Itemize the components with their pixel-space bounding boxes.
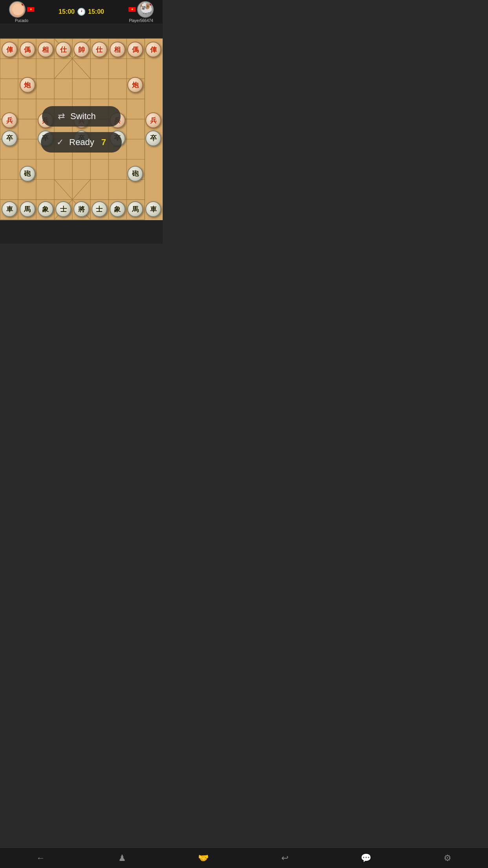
piece[interactable]: 俥 [145,42,161,57]
bottom-spacer [0,220,163,244]
piece[interactable]: 馬 [127,201,143,217]
player2-badge: 帅 [150,1,154,6]
player2-timer: 15:00 [88,8,104,15]
piece[interactable]: 傌 [20,42,35,57]
game-header: 将 ★ Pucado 15:00 🕐 15:00 ★ 🐏 帅 Player566… [0,0,163,24]
switch-icon: ⇄ [58,111,65,121]
piece[interactable]: 馬 [20,201,35,217]
timer-section: 15:00 🕐 15:00 [39,7,123,16]
piece[interactable]: 車 [2,201,17,217]
top-spacer [0,24,163,38]
piece[interactable]: 兵 [2,112,17,128]
player1-timer: 15:00 [59,8,75,15]
player1-flag: ★ [27,7,34,12]
piece[interactable]: 象 [110,201,125,217]
piece[interactable]: 帥 [73,42,89,57]
switch-label: Switch [70,111,96,121]
piece[interactable]: 砲 [127,166,143,182]
piece[interactable]: 將 [73,201,89,217]
player1-name: Pucado [15,18,28,23]
piece[interactable]: 相 [110,42,125,57]
board-container: 俥傌相仕帥仕相傌俥炮炮兵兵兵兵兵車馬象士將士象馬車砲砲卒卒卒卒卒 ⇄ Switc… [0,39,163,220]
piece[interactable]: 象 [38,201,53,217]
player1-info: 将 ★ Pucado [4,1,39,23]
player2-name: Player566474 [129,18,153,23]
ready-button[interactable]: ✓ Ready 7 [41,132,122,153]
piece[interactable]: 傌 [127,42,143,57]
switch-button[interactable]: ⇄ Switch [42,106,121,127]
xiangqi-board[interactable]: 俥傌相仕帥仕相傌俥炮炮兵兵兵兵兵車馬象士將士象馬車砲砲卒卒卒卒卒 ⇄ Switc… [0,39,163,220]
piece[interactable]: 炮 [127,77,143,93]
player2-info: ★ 🐏 帅 Player566474 [123,1,159,23]
piece[interactable]: 車 [145,201,161,217]
piece[interactable]: 卒 [145,131,161,146]
piece[interactable]: 仕 [92,42,107,57]
piece[interactable]: 兵 [145,112,161,128]
board-grid-svg [0,39,163,220]
piece[interactable]: 卒 [2,131,17,146]
player1-avatar: 将 [9,1,26,18]
ready-number: 7 [101,137,106,147]
piece[interactable]: 士 [92,201,107,217]
piece[interactable]: 士 [55,201,71,217]
check-icon: ✓ [57,137,64,147]
player2-avatar: 🐏 帅 [137,1,154,18]
player1-badge: 将 [22,1,26,6]
player2-flag: ★ [128,7,136,12]
clock-icon: 🕐 [77,7,86,16]
piece[interactable]: 仕 [55,42,71,57]
ready-label: Ready [69,137,94,147]
piece[interactable]: 俥 [2,42,17,57]
piece[interactable]: 炮 [20,77,35,93]
piece[interactable]: 相 [38,42,53,57]
piece[interactable]: 砲 [20,166,35,182]
